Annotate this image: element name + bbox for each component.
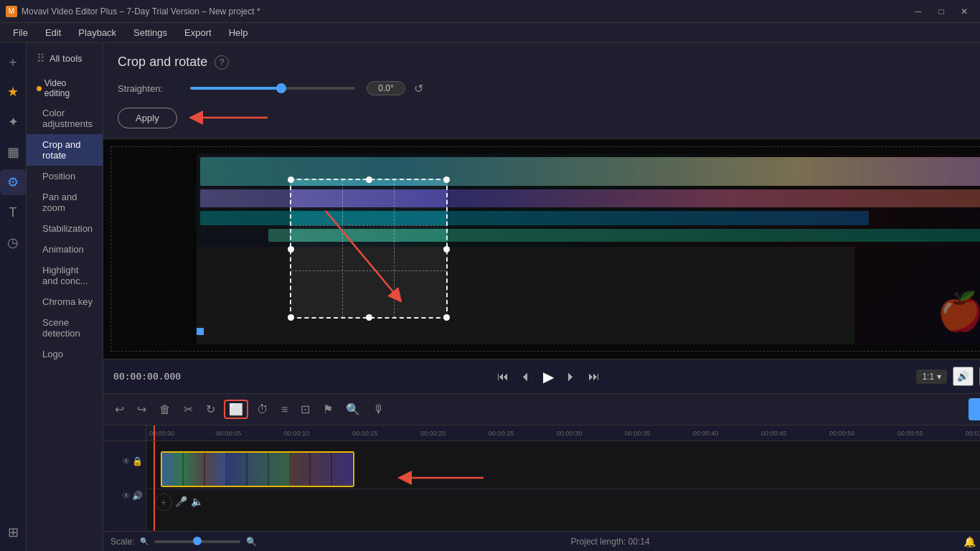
project-length: Project length: 00:14 [263, 537, 957, 547]
video-track-label: 👁 🔒 [103, 441, 146, 481]
audio-track-mic[interactable]: 🎤 [175, 496, 188, 509]
audio-eq-button[interactable]: ≡ [277, 400, 292, 419]
zoom-control[interactable]: 1:1 ▾ [916, 369, 947, 384]
restore-button[interactable]: ↻ [202, 400, 220, 419]
ruler-mark-7: 00:00:35 [625, 430, 693, 437]
audio-track-add[interactable]: + [155, 494, 172, 511]
delete-button[interactable]: 🗑 [155, 400, 175, 419]
tool-logo[interactable]: Logo [27, 344, 103, 364]
step-forward-button[interactable]: ⏵ [562, 367, 580, 386]
window-controls[interactable]: ─ □ ✕ [908, 1, 974, 22]
tool-scene-detection[interactable]: Scene detection [27, 312, 103, 344]
section-title-video-editing[interactable]: Video editing [27, 74, 103, 103]
step-back-button[interactable]: ⏴ [517, 367, 534, 386]
sidebar-effects[interactable]: ✦ [0, 109, 26, 135]
section-dot [37, 86, 42, 91]
scale-bar: Scale: 🔍 🔍 Project length: 00:14 🔔 Notif… [103, 531, 980, 551]
close-button[interactable]: ✕ [954, 1, 974, 22]
angle-value: 0.0° [367, 81, 405, 95]
scale-max-icon: 🔍 [246, 537, 257, 547]
menu-help[interactable]: Help [222, 24, 255, 41]
menu-export[interactable]: Export [177, 24, 219, 41]
play-button[interactable]: ▶ [540, 365, 557, 388]
crop-button[interactable]: ⬜ [224, 400, 248, 419]
tool-animation[interactable]: Animation [27, 239, 103, 260]
track-eye-icon[interactable]: 👁 [122, 456, 131, 466]
sidebar-text[interactable]: T [0, 199, 26, 225]
timeline-ruler[interactable]: 00:00:00 00:00:05 00:00:10 00:00:15 00:0… [146, 425, 980, 441]
menu-edit[interactable]: Edit [38, 24, 68, 41]
title-bar-left: M Movavi Video Editor Plus – 7-Day Trial… [6, 6, 260, 17]
flag-button[interactable]: ⚑ [319, 400, 337, 419]
straighten-row: Straighten: 0.0° ↺ [118, 81, 980, 95]
tools-dots: ⠿ [37, 52, 45, 65]
ruler-mark-10: 00:00:50 [829, 430, 897, 437]
ruler-mark-5: 00:00:25 [489, 430, 557, 437]
audio-vol-icon[interactable]: 🔊 [132, 491, 143, 501]
audio-track-vol[interactable]: 🔈 [191, 496, 204, 509]
sidebar-add[interactable]: ＋ [0, 49, 26, 75]
search-button[interactable]: 🔍 [341, 400, 364, 419]
playhead [154, 425, 155, 441]
slider-thumb[interactable] [276, 83, 286, 93]
timeline-section: ↩ ↪ 🗑 ✂ ↻ ⬜ ⏱ ≡ ⊡ ⚑ 🔍 🎙 Export [103, 393, 980, 551]
apply-arrow-annotation [189, 107, 275, 128]
tool-position[interactable]: Position [27, 166, 103, 187]
tool-chroma-key[interactable]: Chroma key [27, 291, 103, 312]
undo-button[interactable]: ↩ [110, 400, 128, 419]
sidebar-starred[interactable]: ★ [0, 79, 26, 105]
zoom-chevron: ▾ [937, 372, 941, 382]
apply-button[interactable]: Apply [118, 108, 177, 128]
ruler-mark-12: 00:01:00 [966, 430, 980, 437]
scale-slider[interactable] [154, 540, 240, 543]
cut-button[interactable]: ✂ [179, 400, 197, 419]
menu-playback[interactable]: Playback [71, 24, 123, 41]
crop-title: Crop and rotate [118, 55, 207, 70]
tool-stabilization[interactable]: Stabilization [27, 218, 103, 239]
preview-container: 🍎 [103, 139, 980, 359]
reset-icon[interactable]: ↺ [414, 82, 423, 95]
tracks-area: + 🎤 🔈 [146, 441, 980, 531]
tool-highlight[interactable]: Highlight and conc... [27, 260, 103, 291]
ruler-mark-11: 00:00:55 [897, 430, 966, 437]
ruler-marks: 00:00:00 00:00:05 00:00:10 00:00:15 00:0… [148, 430, 980, 437]
video-clip[interactable] [161, 451, 354, 487]
menu-settings[interactable]: Settings [126, 24, 174, 41]
redo-button[interactable]: ↪ [133, 400, 151, 419]
sidebar-grid[interactable]: ⊞ [0, 519, 26, 545]
timeline-content: 00:00:00 00:00:05 00:00:10 00:00:15 00:0… [146, 425, 980, 531]
main-area: ＋ ★ ✦ ▦ ⚙ T ◷ ⊞ ⠿ All tools Video editin… [0, 43, 980, 551]
audio-eye-icon[interactable]: 👁 [122, 491, 131, 501]
clip-thumbnail-3 [289, 453, 353, 486]
time-display: 00:00:00.000 [113, 371, 181, 382]
pip-button[interactable]: ⊡ [296, 400, 314, 419]
tool-color-adjustments[interactable]: Color adjustments [27, 103, 103, 134]
maximize-button[interactable]: □ [931, 1, 951, 22]
minimize-button[interactable]: ─ [908, 1, 928, 22]
mic-button[interactable]: 🎙 [369, 400, 389, 419]
help-icon[interactable]: ? [215, 55, 229, 70]
timeline-area: 👁 🔒 👁 🔊 00:00:00 00:00: [103, 425, 980, 531]
ruler-mark-3: 00:00:15 [352, 430, 420, 437]
tool-pan-zoom[interactable]: Pan and zoom [27, 187, 103, 218]
timeline-toolbar: ↩ ↪ 🗑 ✂ ↻ ⬜ ⏱ ≡ ⊡ ⚑ 🔍 🎙 Export [103, 394, 980, 425]
volume-button[interactable]: 🔊 [953, 367, 974, 386]
video-editing-section: Video editing Color adjustments Crop and… [27, 71, 103, 367]
sidebar-clock[interactable]: ◷ [0, 230, 26, 255]
ruler-mark-1: 00:00:05 [216, 430, 284, 437]
sidebar-transitions[interactable]: ▦ [0, 139, 26, 165]
tools-panel: ⠿ All tools Video editing Color adjustme… [27, 43, 103, 551]
straighten-slider[interactable] [190, 87, 355, 90]
speed-button[interactable]: ⏱ [253, 400, 273, 419]
scale-thumb[interactable] [193, 537, 202, 545]
menu-file[interactable]: File [6, 24, 35, 41]
skip-to-start-button[interactable]: ⏮ [494, 367, 512, 386]
skip-to-end-button[interactable]: ⏭ [585, 367, 603, 386]
tool-crop-rotate[interactable]: Crop and rotate [27, 134, 103, 166]
crop-header: Crop and rotate ? [118, 55, 980, 70]
scale-label: Scale: [110, 537, 134, 547]
ruler-mark-4: 00:00:20 [420, 430, 489, 437]
sidebar-fx[interactable]: ⚙ [0, 169, 26, 195]
export-button[interactable]: Export [969, 398, 980, 420]
track-lock-icon[interactable]: 🔒 [132, 456, 143, 466]
